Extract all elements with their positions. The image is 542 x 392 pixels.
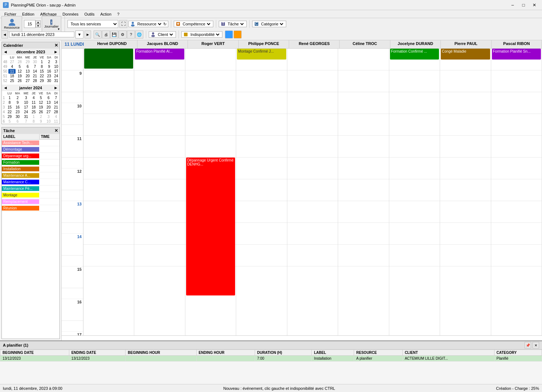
cal-day[interactable]: 16 [13, 105, 22, 110]
event-block[interactable] [84, 49, 133, 69]
resource-col-3[interactable]: Montage Confirmé J... [236, 49, 287, 335]
cal-day[interactable]: 31 [53, 78, 59, 83]
task-row[interactable]: Remplacement [2, 199, 59, 205]
bottom-pin-button[interactable]: 📌 [525, 342, 531, 348]
cal-day[interactable]: 9 [13, 100, 22, 105]
cal-day[interactable]: 17 [22, 105, 30, 110]
cal-day[interactable]: 2 [45, 60, 53, 64]
client-dropdown[interactable]: Client [156, 32, 174, 37]
cal-day[interactable]: 29 [24, 60, 32, 64]
cal-day[interactable]: 27 [45, 110, 52, 114]
close-button[interactable]: ✕ [530, 2, 539, 8]
event-block[interactable]: Dépannage Urgent Confirmé DENHG... [186, 158, 235, 295]
color-btn-1[interactable] [225, 30, 233, 38]
resource-col-5[interactable] [338, 49, 389, 335]
cal-day[interactable]: 7 [22, 119, 30, 124]
cal-day[interactable]: 15 [6, 105, 13, 110]
cal-day[interactable]: 3 [45, 114, 52, 119]
task-row[interactable]: Maintenance A... [2, 172, 59, 179]
cal-day[interactable]: 22 [6, 110, 13, 114]
cal-day[interactable]: 13 [24, 69, 32, 74]
cal-day[interactable]: 16 [45, 69, 53, 74]
cal-prev-month[interactable]: ◄ [3, 49, 8, 54]
resource-col-8[interactable]: Formation Planifié Sn... [491, 49, 542, 335]
resource-col-6[interactable]: Formation Confirmé ... [389, 49, 440, 335]
cal-day[interactable]: 25 [8, 78, 16, 83]
bottom-close-button[interactable]: ✕ [533, 342, 539, 348]
maximize-button[interactable]: □ [519, 2, 528, 8]
task-row[interactable]: Assistance Tech... [2, 140, 59, 146]
cal-day[interactable]: 15 [38, 69, 46, 74]
date-picker-button[interactable]: ▼ [75, 30, 83, 38]
cal-day[interactable]: 19 [37, 105, 45, 110]
cal-next-month[interactable]: ► [54, 49, 58, 54]
cal-day[interactable]: 11 [53, 119, 59, 124]
task-close-button[interactable]: ✕ [54, 128, 58, 133]
resource-col-4[interactable] [287, 49, 338, 335]
cal-day[interactable]: 6 [24, 64, 32, 69]
event-block[interactable]: Formation Planifié Al... [135, 49, 184, 60]
cal-day[interactable]: 4 [30, 95, 37, 100]
cal-day[interactable]: 27 [24, 78, 32, 83]
cal-day[interactable]: 30 [32, 60, 38, 64]
cal-day[interactable]: 14 [53, 100, 59, 105]
menu-item-outils[interactable]: Outils [81, 11, 97, 17]
services-dropdown[interactable]: Tous les services [67, 20, 118, 28]
resource-col-0[interactable] [83, 49, 134, 335]
cal-day[interactable]: 9 [37, 119, 45, 124]
cal-day[interactable]: 28 [16, 60, 24, 64]
event-block[interactable]: Montage Confirmé J... [237, 49, 286, 60]
menu-item-action[interactable]: Action [98, 11, 115, 17]
settings-button[interactable]: ⚙ [119, 30, 127, 38]
spin-down[interactable]: ▼ [36, 24, 41, 28]
cal-day[interactable]: 10 [53, 64, 59, 69]
cal-day[interactable]: 6 [13, 119, 22, 124]
calendar-close-button[interactable]: ✕ [54, 43, 58, 48]
cal-day[interactable]: 1 [38, 60, 46, 64]
cal-day[interactable]: 8 [30, 119, 37, 124]
event-block[interactable]: Formation Confirmé ... [390, 49, 439, 60]
cal-day[interactable]: 12 [37, 100, 45, 105]
cal-day[interactable]: 28 [32, 78, 38, 83]
nav-next-button[interactable]: ► [85, 30, 91, 38]
spinner-input[interactable] [24, 20, 36, 28]
cal-day[interactable]: 23 [13, 110, 22, 114]
cal-day[interactable]: 23 [45, 74, 53, 78]
table-row[interactable]: 13/12/202313/12/20237:00InstallationA pl… [0, 356, 542, 362]
cal-day[interactable]: 21 [32, 74, 38, 78]
menu-item-?[interactable]: ? [114, 11, 122, 17]
cal-day[interactable]: 4 [8, 64, 16, 69]
cal-day[interactable]: 5 [37, 95, 45, 100]
task-row[interactable]: Formation [2, 159, 59, 166]
task-row[interactable]: Dépannage urg... [2, 153, 59, 159]
spin-up[interactable]: ▲ [36, 20, 41, 24]
cal-day[interactable]: 11 [30, 100, 37, 105]
print-button[interactable]: 🖨 [102, 30, 110, 38]
cal-day[interactable]: 4 [53, 114, 59, 119]
cal-day[interactable]: 8 [6, 100, 13, 105]
cal-day[interactable]: 29 [6, 114, 13, 119]
cal-day[interactable]: 20 [45, 105, 52, 110]
cal-day[interactable]: 7 [53, 95, 59, 100]
cal-day[interactable]: 3 [53, 60, 59, 64]
cal-day[interactable]: 7 [32, 64, 38, 69]
cal-day[interactable]: 30 [13, 114, 22, 119]
task-row[interactable]: Installation [2, 166, 59, 172]
cal-day[interactable]: 22 [38, 74, 46, 78]
cal-day[interactable]: 26 [16, 78, 24, 83]
minimize-button[interactable]: – [508, 2, 517, 8]
cal-day[interactable]: 20 [24, 74, 32, 78]
cal-day[interactable]: 1 [6, 95, 13, 100]
cal-day[interactable]: 2 [13, 95, 22, 100]
cal-day[interactable]: 5 [6, 119, 13, 124]
cal-day[interactable]: 28 [53, 110, 59, 114]
journalier-button[interactable]: Journalier ▼ [42, 16, 61, 32]
globe-button[interactable]: 🌐 [135, 30, 143, 38]
event-block[interactable]: Congé Maladie [441, 49, 490, 60]
task-row[interactable]: Démontage [2, 146, 59, 153]
event-block[interactable]: Formation Planifié Sn... [492, 49, 541, 60]
h-scrollbar[interactable] [62, 335, 542, 340]
search-button[interactable]: 🔍 [94, 30, 102, 38]
cal-day[interactable]: 29 [38, 78, 46, 83]
cal2-prev-month[interactable]: ◄ [3, 85, 8, 90]
